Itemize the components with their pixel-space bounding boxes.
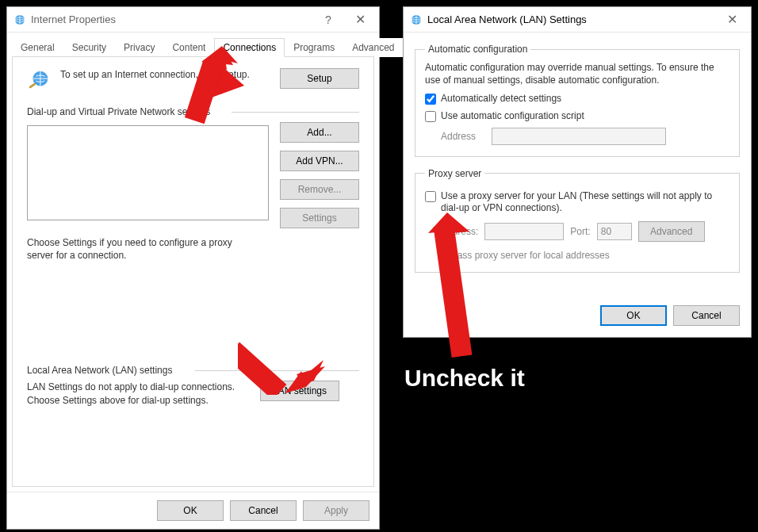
proxy-port-input: [597, 223, 632, 240]
bypass-label: Bypass proxy server for local addresses: [441, 250, 729, 261]
tab-content[interactable]: Content: [163, 38, 214, 57]
cancel-button[interactable]: Cancel: [230, 500, 297, 521]
auto-detect-label: Automatically detect settings: [441, 93, 561, 105]
ok-button[interactable]: OK: [600, 305, 667, 326]
use-proxy-label: Use a proxy server for your LAN (These s…: [441, 190, 729, 215]
tab-privacy[interactable]: Privacy: [115, 38, 163, 57]
script-address-input: [492, 128, 666, 145]
ok-button[interactable]: OK: [157, 500, 224, 521]
lan-note: LAN Settings do not apply to dial-up con…: [27, 381, 249, 406]
connections-listbox[interactable]: [27, 125, 269, 220]
lan-titlebar[interactable]: Local Area Network (LAN) Settings ✕: [404, 7, 751, 33]
lan-title: Local Area Network (LAN) Settings: [427, 13, 716, 25]
use-script-checkbox[interactable]: [425, 111, 436, 122]
proxy-group: Proxy server Use a proxy server for your…: [415, 168, 740, 273]
tabs-row: General Security Privacy Content Connect…: [7, 33, 379, 56]
remove-button: Remove...: [280, 179, 359, 200]
internet-properties-window: Internet Properties ? ✕ General Security…: [6, 6, 380, 530]
proxy-legend: Proxy server: [425, 168, 484, 179]
close-button[interactable]: ✕: [716, 9, 748, 31]
ip-title: Internet Properties: [31, 13, 312, 25]
auto-config-group: Automatic configuration Automatic config…: [415, 44, 740, 157]
internet-options-icon: [410, 13, 423, 26]
setup-button[interactable]: Setup: [280, 68, 359, 89]
connections-panel: To set up an Internet connection, click …: [12, 56, 374, 487]
advanced-button: Advanced: [638, 221, 705, 242]
tab-general[interactable]: General: [12, 38, 63, 57]
add-vpn-button[interactable]: Add VPN...: [280, 151, 359, 171]
auto-detect-row[interactable]: Automatically detect settings: [425, 93, 729, 105]
dialup-group-label: Dial-up and Virtual Private Network sett…: [27, 106, 359, 117]
lan-settings-window: Local Area Network (LAN) Settings ✕ Auto…: [403, 6, 752, 338]
apply-button: Apply: [303, 500, 369, 521]
script-address-label: Address: [441, 131, 484, 142]
svg-rect-3: [29, 82, 36, 89]
setup-text: To set up an Internet connection, click …: [60, 68, 270, 81]
lan-group-label: Local Area Network (LAN) settings: [27, 365, 359, 376]
cancel-button[interactable]: Cancel: [673, 305, 740, 326]
tab-security[interactable]: Security: [63, 38, 115, 57]
proxy-port-label: Port:: [570, 226, 590, 237]
settings-button: Settings: [280, 208, 359, 228]
help-button[interactable]: ?: [312, 9, 344, 31]
use-script-label: Use automatic configuration script: [441, 110, 584, 123]
use-proxy-checkbox[interactable]: [425, 191, 436, 202]
annotation-uncheck-text: Uncheck it: [404, 365, 525, 392]
ip-titlebar[interactable]: Internet Properties ? ✕: [7, 7, 379, 33]
choose-settings-note: Choose Settings if you need to configure…: [27, 236, 249, 262]
proxy-address-input: [484, 223, 564, 240]
lan-settings-button[interactable]: LAN settings: [260, 381, 339, 401]
use-proxy-row[interactable]: Use a proxy server for your LAN (These s…: [425, 190, 729, 215]
close-button[interactable]: ✕: [344, 9, 376, 31]
auto-config-legend: Automatic configuration: [425, 44, 530, 55]
internet-options-icon: [13, 13, 26, 26]
ip-bottom-bar: OK Cancel Apply: [7, 492, 379, 529]
tab-advanced[interactable]: Advanced: [343, 38, 403, 57]
tab-programs[interactable]: Programs: [285, 38, 343, 57]
auto-detect-checkbox[interactable]: [425, 94, 436, 105]
use-script-row[interactable]: Use automatic configuration script: [425, 110, 729, 123]
add-button[interactable]: Add...: [280, 122, 359, 143]
proxy-address-label: Address:: [441, 226, 478, 237]
globe-wand-icon: [27, 68, 51, 92]
auto-config-desc: Automatic configuration may override man…: [425, 61, 729, 86]
tab-connections[interactable]: Connections: [214, 38, 285, 57]
